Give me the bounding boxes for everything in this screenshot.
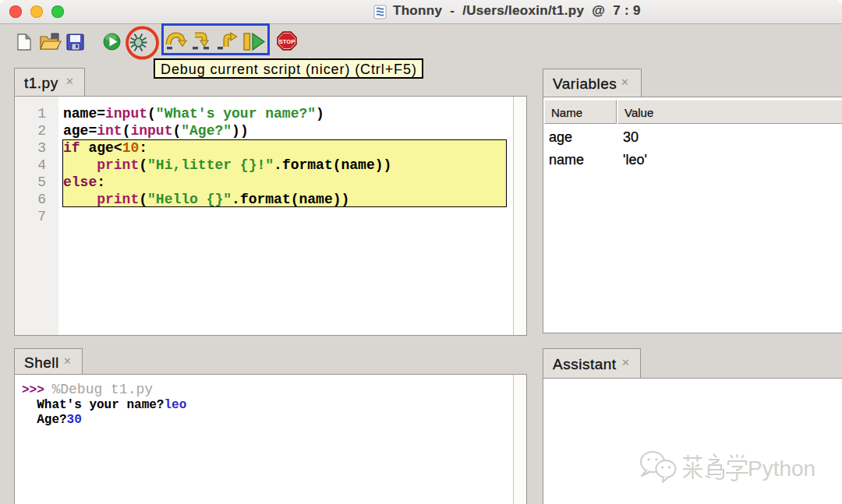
svg-text:STOP: STOP [279,38,295,45]
svg-text:Python: Python [748,456,815,481]
